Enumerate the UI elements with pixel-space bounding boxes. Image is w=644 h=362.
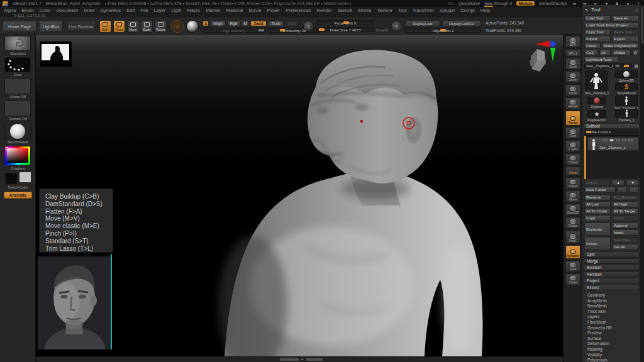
duplicate-button[interactable]: Duplicate [584,222,611,236]
menu-brush[interactable]: Brush [21,8,34,13]
zadd-mode-chip[interactable]: Zadd [250,21,267,26]
m-mode-chip[interactable]: M [242,21,249,26]
menu-help[interactable]: Help [480,8,490,13]
visible-count-slider[interactable]: Visible Count 4 [584,129,639,134]
panel-menu-icon[interactable]: ◳ [635,8,638,12]
geometry-section[interactable]: Geometry [587,293,640,298]
menu-picker[interactable]: Picker [267,8,280,13]
draw-mode-button[interactable]: Draw [113,20,125,33]
load-tools-from-project-button[interactable]: Load Tools From Project [584,22,639,28]
menu-stroke[interactable]: Stroke [358,8,372,13]
menu-render[interactable]: Render [317,8,333,13]
menu-document[interactable]: Document [57,8,78,13]
zcut-mode-chip[interactable]: Zcut [285,21,299,26]
subtool-down-button[interactable]: ▼ [626,180,639,186]
folder-insert-icon[interactable] [629,187,639,193]
alternate-button[interactable]: Alternate [4,192,32,199]
menu-transform[interactable]: Transform [413,8,434,13]
rotate-view-button[interactable]: Rotate [565,217,580,229]
subtool-up-button[interactable]: ▲ [612,180,625,186]
replay-last-button[interactable]: ReplayLast [405,20,440,26]
zsub-mode-chip[interactable]: Zsub [268,21,284,26]
uv-icon[interactable] [628,139,633,141]
scrollbar-arrows-icon[interactable]: ▴▾ [301,358,304,361]
rgb-mode-chip[interactable]: Rgb [227,21,240,26]
popup-item-pinch[interactable]: Pinch (P>I) [45,230,113,238]
menu-zplugin[interactable]: Zplugin [440,8,455,13]
focal-shift-slider[interactable]: Focal Shift 0 [316,20,374,25]
goz-button[interactable]: GoZ [584,50,598,56]
popup-item-damstandard[interactable]: DamStandard (D>S) [45,200,113,208]
polymesh3d-thumbnail[interactable]: ★ [587,110,606,118]
anchor-mode-chip[interactable]: A [203,21,209,26]
del-other-button[interactable]: Del Other [612,237,639,243]
menu-layer[interactable]: Layer [153,8,165,13]
rename-button[interactable]: Rename [584,194,611,200]
menu-tool[interactable]: Tool [398,8,407,13]
polypaint-brush-icon[interactable] [622,139,626,141]
draw-size-slider[interactable]: Draw Size 7.4673 [316,27,374,32]
lightbox-tools-button[interactable]: Lightbox▸Tools [584,57,618,63]
boolean-section[interactable]: Boolean [584,265,640,271]
clone-button[interactable]: Clone [584,43,601,49]
goz-all-button[interactable]: All [599,50,611,56]
subtool-scroll-bar[interactable] [584,136,586,179]
paste-tool-button[interactable]: Paste Tool [612,29,639,35]
popup-item-move-elastic[interactable]: Move elastic (M>E) [45,222,113,230]
sculptris-pro-button[interactable] [171,20,184,33]
live-boolean-button[interactable]: Live Boolean [67,21,96,32]
copy-subtool-button[interactable]: Copy [584,215,611,221]
spix-slider[interactable]: SPix 3 [565,49,580,57]
actual-size-button[interactable]: Actual [565,84,580,96]
ghost-toggle[interactable]: Ghost [565,167,580,176]
aahalf-button[interactable]: AAHalf [565,97,580,109]
menu-color[interactable]: Color [40,8,51,13]
project-section[interactable]: Project [584,278,640,284]
focal-shift-dial[interactable]: S [303,21,314,31]
export-button[interactable]: Export [612,36,639,42]
polyframe-toggle[interactable]: PolyF [565,230,580,244]
visibility-section[interactable]: Visibility [587,353,640,358]
paint-icon[interactable] [603,139,608,141]
save-as-button[interactable]: Save As [612,15,639,21]
masking-section[interactable]: Masking [587,347,640,352]
new-folder-button[interactable]: New Folder [584,187,616,193]
dynamic-draw-size-toggle[interactable]: Dynamic [376,28,388,32]
merge-section[interactable]: Merge [584,258,640,265]
menu-dynamics[interactable]: Dynamics [100,8,121,13]
scrollbar-thumb-right[interactable] [306,358,323,361]
undo-history-back-icon[interactable]: ◂▪ [571,1,577,6]
surface-section[interactable]: Surface [587,336,640,341]
visibility-eye-icon[interactable] [609,139,614,141]
split-section[interactable]: Split [584,251,640,258]
goz-r-button[interactable]: R [632,50,639,56]
secondary-color-swatch[interactable] [19,172,31,183]
quicksave-button[interactable]: QuickSave [458,1,480,6]
thick-skin-section[interactable]: Thick Skin [587,309,640,314]
rotate-mode-button[interactable]: Rotate [155,20,167,33]
replay-dial[interactable]: O [391,21,402,31]
dynamic-mode-toggle[interactable]: Dynamic [565,245,580,259]
frame-button[interactable]: Frame [565,177,580,189]
scroll-button[interactable]: Scroll [565,58,580,70]
scrollbar-thumb-left[interactable] [280,358,299,361]
active-tool-slider[interactable]: Skin_ZSphere_1: 58 [584,63,632,69]
menu-stencil[interactable]: Stencil [338,8,352,13]
scale-mode-button[interactable]: Scale [141,20,153,33]
texture-slot[interactable] [4,101,31,116]
active-tool-thumbnail[interactable] [585,70,608,90]
goz-visible-button[interactable]: Visible [612,50,631,56]
autoreorder-button[interactable]: AutoReorder [612,194,639,200]
layers-section[interactable]: Layers [587,314,640,319]
current-stroke-thumbnail[interactable] [4,57,31,72]
subtool-section-header[interactable]: Subtool [584,123,640,129]
local-symmetry-toggle[interactable]: L.Sym [565,140,580,152]
menu-marker[interactable]: Marker [206,8,220,13]
move-view-button[interactable]: Move [565,190,580,202]
sphere3d-thumbnail[interactable] [615,70,638,78]
zoom3d-button[interactable]: Zoom3D [565,204,580,216]
geometry-hd-section[interactable]: Geometry HD [587,326,640,331]
deformation-section[interactable]: Deformation [587,341,640,346]
adjust-last-slider[interactable]: AdjustLast 1 [405,28,481,33]
see-through-slider[interactable]: See-through 0 [484,1,512,6]
